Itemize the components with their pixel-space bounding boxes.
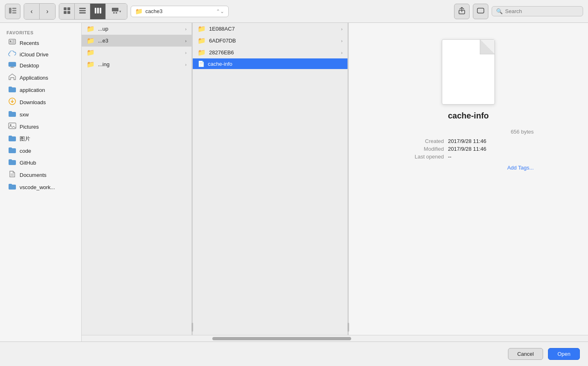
sidebar-item-label: Desktop — [20, 62, 39, 69]
svg-rect-26 — [10, 67, 14, 68]
hscroll-bar — [82, 335, 588, 341]
downloads-icon — [8, 98, 16, 107]
svg-rect-24 — [9, 62, 16, 67]
col2-item-label: 28276EB6 — [209, 49, 234, 56]
path-chevron-icon: ⌃⌄ — [216, 9, 224, 14]
search-input[interactable] — [505, 8, 579, 14]
sidebar-item-applications[interactable]: Applications — [2, 71, 80, 84]
share-button[interactable] — [454, 4, 470, 19]
sidebar-item-label: code — [20, 148, 31, 154]
vscode-folder-icon — [8, 183, 16, 191]
chevron-right-icon: › — [185, 62, 187, 67]
forward-button[interactable]: › — [40, 4, 55, 19]
col2-item-label: 1E088AC7 — [209, 26, 235, 32]
svg-rect-2 — [12, 10, 16, 11]
svg-rect-13 — [100, 8, 101, 13]
view-toggle-group: ▾ — [59, 3, 127, 20]
chevron-right-icon: › — [341, 27, 343, 31]
open-button[interactable]: Open — [548, 348, 580, 360]
folder-icon: 📁 — [87, 37, 95, 45]
icloud-icon — [8, 51, 16, 58]
col2-item-label: cache-info — [208, 61, 232, 67]
path-bar[interactable]: 📁 cache3 ⌃⌄ — [131, 6, 229, 17]
modified-row: Modified 2017/9/28 11:46 — [403, 146, 534, 152]
sidebar-toggle-button[interactable] — [5, 4, 20, 19]
folder-icon: 📁 — [87, 49, 95, 56]
col2-item-6adf07db[interactable]: 📁 6ADF07DB › — [193, 35, 347, 47]
sidebar: Favorites Recents iCloud Drive — [0, 23, 82, 341]
sidebar-toggle-icon — [9, 8, 16, 15]
last-opened-label: Last opened — [403, 154, 444, 160]
sidebar-item-label: sxw — [20, 112, 29, 118]
col1-item-label: ...ing — [98, 61, 109, 67]
columns-wrapper: 📁 ...up › 📁 ...e3 › 📁 › 📁 ...ing — [82, 23, 588, 341]
sidebar-item-pictures[interactable]: Pictures — [2, 121, 80, 133]
created-label: Created — [403, 138, 444, 144]
sidebar-item-vscode[interactable]: vscode_work... — [2, 181, 80, 193]
sidebar-item-label: Downloads — [20, 99, 46, 105]
view-list-button[interactable] — [75, 4, 90, 19]
svg-rect-15 — [113, 12, 115, 13]
sidebar-item-zhpic[interactable]: 图片 — [2, 133, 80, 145]
bottom-bar: Cancel Open — [0, 341, 588, 366]
hscroll-thumb[interactable] — [212, 337, 351, 340]
cancel-button[interactable]: Cancel — [508, 348, 543, 360]
file-size: 656 bytes — [403, 129, 534, 135]
sidebar-item-label: Applications — [20, 75, 48, 81]
preview-pane: cache-info 656 bytes Created 2017/9/28 1… — [349, 23, 588, 335]
col1-item-label: ...e3 — [98, 38, 108, 44]
column-1: 📁 ...up › 📁 ...e3 › 📁 › 📁 ...ing — [82, 23, 192, 335]
sidebar-item-label: iCloud Drive — [20, 51, 49, 58]
view-columns-button[interactable] — [90, 4, 106, 19]
path-folder-icon: 📁 — [135, 8, 143, 15]
application-folder-icon — [8, 86, 16, 94]
back-button[interactable]: ‹ — [24, 4, 40, 19]
svg-rect-5 — [67, 7, 70, 10]
file-paper-fold — [480, 40, 494, 54]
sidebar-item-icloud[interactable]: iCloud Drive — [2, 49, 80, 60]
sidebar-item-sxw[interactable]: sxw — [2, 109, 80, 120]
sidebar-item-application[interactable]: application — [2, 84, 80, 96]
desktop-icon — [8, 62, 16, 69]
zhpic-folder-icon — [8, 135, 16, 143]
chevron-right-icon: › — [185, 50, 187, 55]
sidebar-item-downloads[interactable]: Downloads — [2, 96, 80, 108]
col1-item-backup[interactable]: 📁 ...up › — [82, 23, 192, 35]
main-area: Favorites Recents iCloud Drive — [0, 23, 588, 341]
file-preview-icon — [442, 39, 495, 105]
col2-item-28276eb6[interactable]: 📁 28276EB6 › — [193, 47, 347, 58]
col1-item-king[interactable]: 📁 ...ing › — [82, 58, 192, 70]
col2-item-cache-info[interactable]: 📄 cache-info — [193, 58, 347, 69]
search-bar[interactable]: 🔍 — [492, 6, 583, 16]
sidebar-item-label: vscode_work... — [20, 184, 55, 190]
col1-item-blank[interactable]: 📁 › — [82, 47, 192, 58]
file-meta: 656 bytes Created 2017/9/28 11:46 Modifi… — [403, 129, 534, 161]
col2-resize-handle[interactable] — [348, 23, 349, 335]
col1-item-cache3[interactable]: 📁 ...e3 › — [82, 35, 192, 47]
sidebar-item-label: Documents — [20, 172, 47, 178]
columns-inner: 📁 ...up › 📁 ...e3 › 📁 › 📁 ...ing — [82, 23, 588, 335]
col2-item-1e088ac7[interactable]: 📁 1E088AC7 › — [193, 23, 347, 35]
svg-rect-28 — [9, 123, 16, 129]
file-paper — [442, 39, 495, 105]
view-icons-button[interactable] — [59, 4, 75, 19]
preview-file-name: cache-info — [448, 111, 489, 121]
add-tags-link[interactable]: Add Tags... — [403, 165, 534, 171]
svg-rect-3 — [12, 12, 16, 13]
tag-button[interactable] — [473, 4, 488, 19]
sidebar-item-recents[interactable]: Recents — [2, 37, 80, 49]
modified-label: Modified — [403, 146, 444, 152]
applications-icon — [8, 73, 16, 82]
view-gallery-button[interactable]: ▾ — [106, 4, 127, 19]
file-icon: 📄 — [198, 60, 205, 67]
col2-item-label: 6ADF07DB — [209, 38, 236, 44]
col1-item-label: ...up — [98, 26, 108, 32]
folder-icon: 📁 — [87, 25, 95, 33]
sidebar-item-code[interactable]: code — [2, 145, 80, 156]
col1-resize-handle[interactable] — [192, 23, 193, 335]
sidebar-item-documents[interactable]: Documents — [2, 169, 80, 181]
svg-rect-16 — [116, 12, 117, 13]
sidebar-item-github[interactable]: GitHub — [2, 157, 80, 168]
sidebar-item-desktop[interactable]: Desktop — [2, 60, 80, 71]
sidebar-item-label: Recents — [20, 40, 39, 46]
